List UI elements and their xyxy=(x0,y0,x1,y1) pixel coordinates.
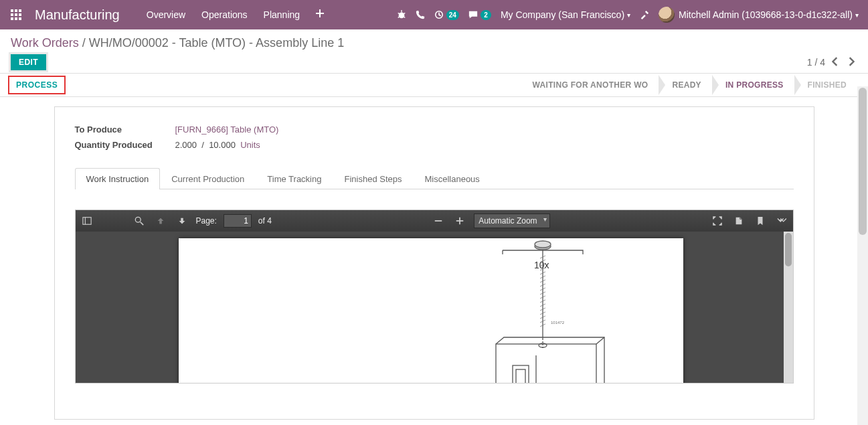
qty-uom[interactable]: Units xyxy=(240,140,260,150)
svg-rect-22 xyxy=(435,220,442,222)
breadcrumb-sep: / xyxy=(82,36,89,50)
svg-rect-0 xyxy=(11,9,13,12)
svg-line-48 xyxy=(596,337,604,344)
to-produce-label: To Produce xyxy=(75,124,175,135)
pdf-page-input[interactable] xyxy=(224,214,252,228)
svg-rect-1 xyxy=(15,9,17,12)
svg-rect-8 xyxy=(19,17,21,20)
svg-rect-18 xyxy=(82,218,90,225)
tabs: Work Instruction Current Production Time… xyxy=(75,167,794,189)
tab-miscellaneous[interactable]: Miscellaneous xyxy=(413,168,491,189)
tab-time-tracking[interactable]: Time Tracking xyxy=(256,168,333,189)
breadcrumb-current: WH/MO/00002 - Table (MTO) - Assembly Lin… xyxy=(89,36,344,50)
pdf-zoom-in-icon[interactable] xyxy=(452,214,467,228)
qty-done: 2.000 xyxy=(175,140,197,150)
pdf-viewer: Page: of 4 Automatic Zoom xyxy=(75,209,794,384)
svg-line-21 xyxy=(140,222,143,225)
page-scrollbar[interactable] xyxy=(857,86,868,425)
tab-current-production[interactable]: Current Production xyxy=(160,168,256,189)
pdf-next-page-icon[interactable] xyxy=(175,214,189,228)
pdf-tools-icon[interactable] xyxy=(774,214,789,228)
svg-rect-10 xyxy=(316,13,324,14)
breadcrumb: Work Orders / WH/MO/00002 - Table (MTO) … xyxy=(11,36,857,50)
pdf-zoom-out-icon[interactable] xyxy=(431,214,446,228)
qty-label: Quantity Produced xyxy=(75,140,175,150)
pdf-fullscreen-icon[interactable] xyxy=(710,214,725,228)
nav-link-overview[interactable]: Overview xyxy=(140,4,192,25)
avatar xyxy=(659,7,675,23)
nav-new-icon[interactable] xyxy=(309,4,331,25)
svg-line-13 xyxy=(398,13,400,14)
svg-rect-3 xyxy=(11,13,13,16)
apps-icon[interactable] xyxy=(5,4,27,25)
form-sheet: To Produce [FURN_9666] Table (MTO) Quant… xyxy=(54,106,814,420)
sheet-wrap: To Produce [FURN_9666] Table (MTO) Quant… xyxy=(0,106,868,420)
pdf-search-icon[interactable] xyxy=(132,214,147,228)
pager-text[interactable]: 1 / 4 xyxy=(807,57,825,68)
pdf-open-icon[interactable] xyxy=(731,214,746,228)
pdf-page-label: Page: xyxy=(196,216,217,226)
control-bar: Work Orders / WH/MO/00002 - Table (MTO) … xyxy=(0,29,868,70)
pdf-sidebar-toggle-icon[interactable] xyxy=(80,214,94,228)
svg-rect-7 xyxy=(15,17,17,20)
nav-link-planning[interactable]: Planning xyxy=(257,4,307,25)
user-menu[interactable]: Mitchell Admin (1039668-13-0-d1c322-all)… xyxy=(659,7,859,23)
status-step-waiting[interactable]: WAITING FOR ANOTHER WO xyxy=(521,74,661,96)
breadcrumb-root[interactable]: Work Orders xyxy=(11,36,79,50)
pdf-scrollbar[interactable] xyxy=(784,232,793,383)
pager: 1 / 4 xyxy=(807,57,857,68)
field-to-produce: To Produce [FURN_9666] Table (MTO) xyxy=(75,124,794,135)
messages-icon[interactable]: 2 xyxy=(468,10,491,20)
svg-rect-5 xyxy=(19,13,21,16)
svg-point-20 xyxy=(135,217,141,222)
bug-icon[interactable] xyxy=(397,10,406,19)
tab-work-instruction[interactable]: Work Instruction xyxy=(75,168,161,189)
svg-rect-2 xyxy=(19,9,21,12)
svg-point-11 xyxy=(398,13,404,19)
status-step-finished[interactable]: FINISHED xyxy=(796,74,859,96)
pager-next-icon[interactable] xyxy=(845,57,857,68)
svg-line-16 xyxy=(403,17,405,18)
pdf-bookmark-icon[interactable] xyxy=(753,214,768,228)
pager-prev-icon[interactable] xyxy=(829,57,841,68)
assembly-drawing: 101472 xyxy=(476,238,623,383)
svg-rect-24 xyxy=(459,218,460,225)
company-name: My Company (San Francisco) xyxy=(501,9,624,20)
messages-badge: 2 xyxy=(481,10,491,20)
svg-rect-47 xyxy=(496,344,596,383)
pdf-content[interactable]: 10x xyxy=(76,232,793,383)
svg-line-15 xyxy=(398,17,400,18)
phone-icon[interactable] xyxy=(416,10,425,19)
svg-line-14 xyxy=(403,13,405,14)
tab-finished-steps[interactable]: Finished Steps xyxy=(333,168,413,189)
status-step-in-progress[interactable]: IN PROGRESS xyxy=(713,74,796,96)
status-step-ready[interactable]: READY xyxy=(660,74,713,96)
svg-text:101472: 101472 xyxy=(551,321,565,325)
qty-sep: / xyxy=(201,140,204,150)
status-steps: WAITING FOR ANOTHER WO READY IN PROGRESS… xyxy=(521,74,868,96)
pdf-prev-page-icon[interactable] xyxy=(153,214,168,228)
edit-button[interactable]: EDIT xyxy=(11,54,46,70)
svg-rect-4 xyxy=(15,13,17,16)
pdf-page: 10x xyxy=(179,238,683,383)
activities-badge: 24 xyxy=(446,10,459,20)
qty-total: 10.000 xyxy=(209,140,236,150)
pdf-toolbar: Page: of 4 Automatic Zoom xyxy=(76,210,793,232)
systray: 24 2 My Company (San Francisco)▾ Mitchel… xyxy=(397,7,863,23)
tools-icon[interactable] xyxy=(640,10,649,19)
pdf-page-of: of 4 xyxy=(258,216,272,226)
company-switcher[interactable]: My Company (San Francisco)▾ xyxy=(501,9,630,20)
process-button[interactable]: PROCESS xyxy=(8,76,66,94)
to-produce-link[interactable]: [FURN_9666] Table (MTO) xyxy=(175,124,279,135)
activities-icon[interactable]: 24 xyxy=(434,10,459,20)
pdf-zoom-select[interactable]: Automatic Zoom xyxy=(474,214,550,228)
nav-menu: Overview Operations Planning xyxy=(140,4,331,25)
status-row: PROCESS WAITING FOR ANOTHER WO READY IN … xyxy=(0,73,868,97)
nav-link-operations[interactable]: Operations xyxy=(195,4,254,25)
navbar: Manufacturing Overview Operations Planni… xyxy=(0,0,868,29)
svg-rect-6 xyxy=(11,17,13,20)
app-brand[interactable]: Manufacturing xyxy=(35,7,120,23)
user-name: Mitchell Admin (1039668-13-0-d1c322-all) xyxy=(679,9,853,20)
field-qty-produced: Quantity Produced 2.000 / 10.000 Units xyxy=(75,140,794,150)
svg-point-26 xyxy=(535,241,551,248)
